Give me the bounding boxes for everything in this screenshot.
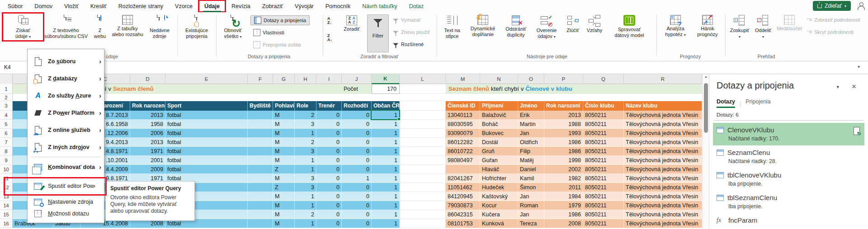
cell[interactable]: 3 (295, 183, 316, 192)
header-cell[interactable]: Trenér (316, 101, 342, 111)
from-text-csv-button[interactable]: Z textového súboru/súboru CSV (42, 14, 90, 39)
cell[interactable]: 84120945 (446, 192, 480, 201)
cell[interactable] (248, 129, 273, 138)
cell[interactable] (400, 147, 446, 156)
cell[interactable] (248, 210, 273, 219)
cell[interactable]: 2008 (544, 219, 583, 228)
cell[interactable]: 8050211 (583, 111, 624, 120)
cell[interactable]: 3 (295, 147, 316, 156)
header-cell[interactable]: Bydliště (248, 101, 273, 111)
cell[interactable]: 1 (295, 129, 316, 138)
group-button[interactable]: + Zoskupiť ▾ (728, 14, 751, 40)
cell[interactable] (248, 183, 273, 192)
row-number[interactable]: 12 (0, 183, 13, 192)
cell[interactable]: M (273, 129, 295, 138)
share-button[interactable]: Zdieľať ▾ (813, 1, 851, 11)
menu-item[interactable]: Spustiť editor Power Query... › (28, 178, 104, 194)
row-number[interactable]: 4 (0, 111, 13, 120)
cell[interactable] (400, 174, 446, 183)
cell[interactable]: 0 (316, 183, 342, 192)
cell[interactable]: 0 (316, 192, 342, 201)
cell[interactable]: 0 (342, 165, 372, 174)
cell[interactable]: fotbal (165, 165, 248, 174)
cell[interactable]: 2001 (130, 156, 165, 165)
cell[interactable]: 2013 (130, 138, 165, 147)
header-cell[interactable]: Rok narození (130, 101, 165, 111)
cell[interactable]: 8050211 (583, 129, 624, 138)
advanced-filter-button[interactable]: Rozšírené (392, 41, 424, 47)
cell[interactable]: 0 (342, 183, 372, 192)
cell[interactable]: 2009 (130, 165, 165, 174)
data-validation-button[interactable]: ✓ Overenie údajov ▾ (532, 14, 561, 40)
forecast-sheet-button[interactable]: ↗ ↗ Hárok prognózy (693, 14, 722, 37)
what-if-analysis-button[interactable]: ? Analýza hypotéz ▾ (659, 14, 692, 38)
select-all-corner[interactable] (0, 74, 13, 84)
cell[interactable]: 0 (342, 219, 372, 228)
query-item[interactable]: ClenoveVKlubu Načítané riadky: 170. (713, 123, 864, 145)
header-cell[interactable]: Rok narození (544, 101, 583, 111)
cell[interactable]: Kučera (480, 210, 518, 219)
menu-tab[interactable]: Pomocník (320, 0, 357, 12)
scroll-up-arrow[interactable]: ▲ (703, 75, 709, 78)
column-header[interactable]: O (518, 74, 544, 84)
cell[interactable]: 1 (372, 201, 400, 210)
menu-item[interactable]: Zo súboru › (28, 53, 104, 70)
cell[interactable]: Oldřich (518, 138, 544, 147)
cell[interactable]: 98080497 (446, 156, 480, 165)
cell[interactable] (248, 174, 273, 183)
cell[interactable]: 1 (372, 147, 400, 156)
cell[interactable]: 13040113 (446, 111, 480, 120)
cell[interactable] (248, 138, 273, 147)
cell[interactable]: 0 (316, 156, 342, 165)
column-header[interactable]: M (446, 74, 480, 84)
cell[interactable]: 2 (295, 111, 316, 120)
cell[interactable] (400, 111, 446, 120)
cell[interactable]: Tělovýchovná jednota Vřesin (624, 219, 702, 228)
cell[interactable]: 1971 (130, 147, 165, 156)
cell[interactable]: 0 (316, 165, 342, 174)
cell[interactable]: 1958 (130, 120, 165, 129)
cell[interactable]: 1 (295, 165, 316, 174)
cell[interactable]: Tělovýchovná jednota Vřesin (624, 183, 702, 192)
cell[interactable]: 2 (295, 138, 316, 147)
cell[interactable]: 0 (342, 120, 372, 129)
column-header[interactable]: L (400, 74, 446, 84)
menu-tab[interactable]: Revízia (226, 0, 256, 12)
cell[interactable]: Gruň (480, 147, 518, 156)
refresh-all-button[interactable]: ↻ Obnoviť všetko ▾ (219, 14, 247, 40)
cell[interactable]: 1 (342, 174, 372, 183)
cell[interactable]: 1 (372, 111, 400, 120)
cell[interactable]: 1 (372, 210, 400, 219)
menu-tab[interactable]: Kresliť (85, 0, 113, 12)
header-cell[interactable]: Sport (165, 101, 248, 111)
cell[interactable]: 1979 (544, 201, 583, 210)
cell[interactable]: 2013 (544, 111, 583, 120)
cell[interactable] (400, 183, 446, 192)
menu-item[interactable]: Možnosti dotazu › (28, 208, 104, 220)
cell[interactable]: Bukovec (480, 129, 518, 138)
cell[interactable]: M (273, 120, 295, 129)
cell[interactable]: Hofrichter (480, 174, 518, 183)
menu-item[interactable]: Kombinovať dotazy › (28, 158, 104, 176)
cell[interactable]: Tělovýchovná jednota Vřesin (624, 174, 702, 183)
cell[interactable]: Tělovýchovná jednota Vřesin (624, 201, 702, 210)
cell[interactable]: 1982 (544, 174, 583, 183)
empty-cell-L1[interactable] (400, 84, 446, 94)
cell[interactable]: 2011 (544, 183, 583, 192)
cell[interactable]: Matěj (518, 156, 544, 165)
cell[interactable]: 1993 (544, 129, 583, 138)
filter-button[interactable]: Filter (367, 14, 389, 52)
cell[interactable]: 8050211 (583, 210, 624, 219)
cell[interactable]: M (273, 138, 295, 147)
cell[interactable]: 8050211 (583, 156, 624, 165)
row-number[interactable]: 9 (0, 156, 13, 165)
column-header[interactable]: P (544, 74, 583, 84)
cell[interactable]: Kamil (518, 174, 544, 183)
cell[interactable]: Tělovýchovná jednota Vřesin (624, 129, 702, 138)
panel-collapse-icon[interactable]: ▾ (836, 84, 839, 90)
sort-button[interactable]: ZA AZ Zoradiť (339, 14, 364, 32)
remove-duplicates-button[interactable]: × Odstrániť duplicity (501, 14, 531, 38)
cell[interactable]: M (273, 111, 295, 120)
ungroup-button[interactable]: ∕ Oddeliť ▾ (752, 14, 774, 40)
consolidate-button[interactable]: → Zlúčiť (562, 14, 583, 33)
